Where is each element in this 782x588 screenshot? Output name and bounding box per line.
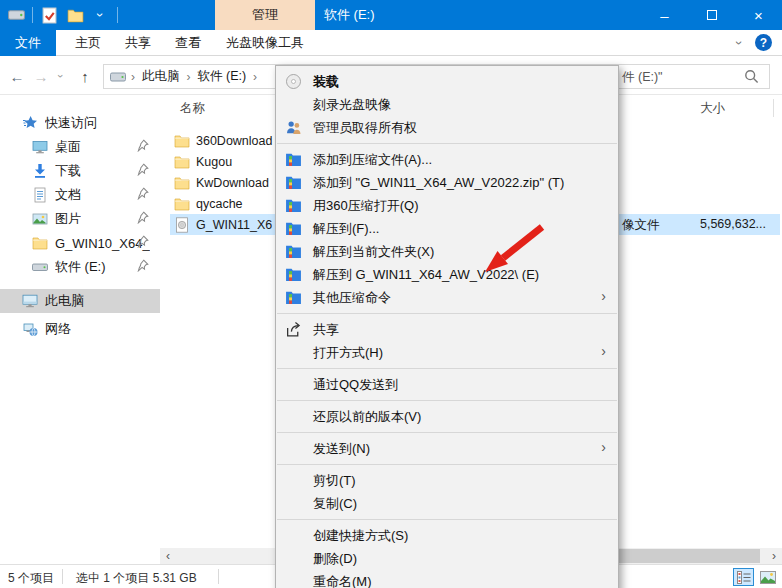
desktop-icon [32,139,48,155]
menu-separator [277,313,617,314]
zip-icon [285,243,302,260]
sidebar-item-this-pc[interactable]: 此电脑 [0,289,160,313]
empty-icon-slot [285,408,302,425]
back-icon[interactable]: ← [6,66,28,86]
new-folder-icon[interactable] [65,5,85,25]
empty-icon-slot [285,376,302,393]
context-menu-item-take-ownership[interactable]: 管理员取得所有权 [276,116,618,139]
up-icon[interactable]: ↑ [74,66,96,86]
scroll-right-icon[interactable]: › [766,548,782,564]
menu-item-label: 重命名(M) [313,573,372,588]
context-menu-item-add-to-named-zip[interactable]: 添加到 "G_WIN11_X64_AW_V2022.zip" (T) [276,171,618,194]
zip-icon [285,174,302,191]
drive-icon [32,259,48,275]
ribbon-tab-row: 文件 主页 共享 查看 光盘映像工具 › ? [0,30,782,56]
search-icon[interactable] [744,69,759,84]
details-view-button[interactable] [733,568,754,586]
qat-divider [32,7,33,23]
file-size: 5,569,632... [700,217,766,231]
thumbnails-view-button[interactable] [757,568,778,586]
minimize-button[interactable]: – [641,0,688,30]
computer-icon [22,293,38,309]
context-menu-item-send-to[interactable]: 发送到(N)› [276,437,618,460]
properties-check-icon[interactable] [39,5,59,25]
contextual-tab-manage[interactable]: 管理 [215,0,315,30]
menu-item-label: 解压到(F)... [313,220,379,238]
menu-item-label: 剪切(T) [313,472,356,490]
maximize-button[interactable] [688,0,735,30]
people-icon [285,119,302,136]
tab-file[interactable]: 文件 [0,30,56,56]
sidebar-item-documents[interactable]: 文档 [0,183,160,207]
folder-icon [174,196,190,212]
tab-disc-image-tools[interactable]: 光盘映像工具 [215,30,315,56]
context-menu-item-extract-to-folder[interactable]: 解压到 G_WIN11_X64_AW_V2022\ (E) [276,263,618,286]
context-menu-item-add-to-archive[interactable]: 添加到压缩文件(A)... [276,148,618,171]
file-name: KwDownload [196,176,269,190]
tab-home[interactable]: 主页 [62,30,114,56]
sidebar-item-label: 此电脑 [45,292,84,310]
context-menu-item-delete[interactable]: 删除(D) [276,547,618,570]
tab-view[interactable]: 查看 [162,30,214,56]
menu-item-label: 发送到(N) [313,440,370,458]
column-divider[interactable] [773,99,774,117]
help-icon[interactable]: ? [755,34,772,51]
close-button[interactable]: × [735,0,782,30]
context-menu-item-open-with[interactable]: 打开方式(H)› [276,341,618,364]
context-menu-item-share[interactable]: 共享 [276,318,618,341]
zip-icon [285,151,302,168]
window-controls: – × [641,0,782,30]
disc-icon [285,73,302,90]
context-menu-item-restore-previous-versions[interactable]: 还原以前的版本(V) [276,405,618,428]
context-menu-item-mount[interactable]: 装载 [276,70,618,93]
menu-item-label: 解压到当前文件夹(X) [313,243,434,261]
menu-item-label: 管理员取得所有权 [313,119,417,137]
sidebar-item-pictures[interactable]: 图片 [0,207,160,231]
context-menu-item-open-with-360zip[interactable]: 用360压缩打开(Q) [276,194,618,217]
scroll-left-icon[interactable]: ‹ [160,548,176,564]
menu-item-label: 其他压缩命令 [313,289,391,307]
sidebar-item-label: 下载 [55,162,81,180]
column-header-name[interactable]: 名称 [180,100,205,117]
pin-icon [136,211,150,225]
sidebar-item-quick-access[interactable]: 快速访问 [0,111,160,135]
tab-share[interactable]: 共享 [112,30,164,56]
column-header-size[interactable]: 大小 [700,100,725,117]
status-divider [62,569,63,584]
breadcrumb-this-pc[interactable]: 此电脑 [140,68,182,85]
context-menu-item-other-compression-commands[interactable]: 其他压缩命令› [276,286,618,309]
context-menu-item-copy[interactable]: 复制(C) [276,492,618,515]
context-menu-item-cut[interactable]: 剪切(T) [276,469,618,492]
zip-icon [285,266,302,283]
recent-locations-chevron-icon[interactable]: › [51,69,71,83]
sidebar-item-desktop[interactable]: 桌面 [0,135,160,159]
empty-icon-slot [285,550,302,567]
sidebar-item-g-win10-folder[interactable]: G_WIN10_X64_ [0,231,160,255]
context-menu-item-rename[interactable]: 重命名(M) [276,570,618,588]
sidebar-item-drive-e[interactable]: 软件 (E:) [0,255,160,279]
context-menu-item-burn-disc-image[interactable]: 刻录光盘映像 [276,93,618,116]
qat-divider [117,7,118,23]
context-menu-item-extract-files[interactable]: 解压到(F)... [276,217,618,240]
items-count: 5 个项目 [8,570,54,587]
customize-chevron-icon[interactable]: › [91,5,111,25]
breadcrumb-drive-e[interactable]: 软件 (E:) [196,68,249,85]
sidebar-item-label: 图片 [55,210,81,228]
breadcrumb-chevron-icon: › [131,70,135,84]
breadcrumb-chevron-icon: › [187,70,191,84]
expand-ribbon-chevron-icon[interactable]: › [732,35,748,51]
folder-icon [32,235,48,251]
sidebar-item-downloads[interactable]: 下载 [0,159,160,183]
menu-item-label: 打开方式(H) [313,344,383,362]
disc-image-file-icon [174,217,190,233]
folder-icon [174,133,190,149]
menu-item-label: 添加到 "G_WIN11_X64_AW_V2022.zip" (T) [313,174,564,192]
sidebar-item-network[interactable]: 网络 [0,317,160,341]
context-menu-item-create-shortcut[interactable]: 创建快捷方式(S) [276,524,618,547]
context-menu-item-send-via-qq[interactable]: 通过QQ发送到 [276,373,618,396]
empty-icon-slot [285,344,302,361]
forward-icon[interactable]: → [30,66,52,86]
star-icon [22,115,38,131]
folder-icon [174,175,190,191]
context-menu-item-extract-here[interactable]: 解压到当前文件夹(X) [276,240,618,263]
